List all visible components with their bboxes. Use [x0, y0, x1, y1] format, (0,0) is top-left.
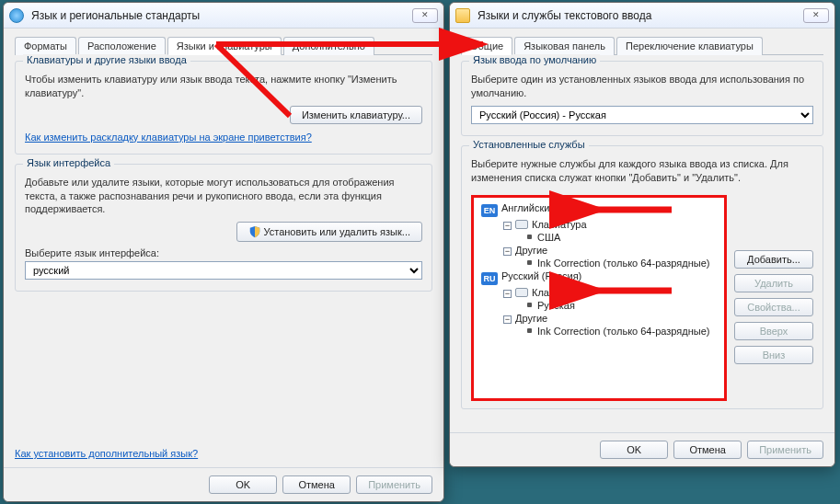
tabs-left: Форматы Расположение Языки и клавиатуры … [15, 36, 432, 55]
tree-ru-root[interactable]: RUРусский (Россия) [478, 269, 720, 286]
tree-en-other-item[interactable]: Ink Correction (только 64-разрядные) [478, 257, 720, 269]
add-button[interactable]: Добавить... [734, 250, 813, 269]
tree-ru-keyboard-item[interactable]: Русская [478, 299, 720, 312]
bullet-icon [527, 260, 532, 265]
close-icon[interactable]: ✕ [412, 8, 438, 23]
collapse-icon[interactable]: − [503, 222, 512, 230]
keyboards-group-desc: Чтобы изменить клавиатуру или язык ввода… [25, 73, 422, 100]
installed-services-group-desc: Выберите нужные службы для каждого языка… [471, 157, 813, 185]
tree-ru-keyboard[interactable]: −Клавиатура [478, 286, 720, 299]
tab-location[interactable]: Расположение [78, 37, 166, 55]
default-input-group-desc: Выберите один из установленных языков вв… [471, 73, 813, 100]
cancel-button-left[interactable]: Отмена [282, 475, 351, 494]
collapse-icon[interactable]: − [503, 315, 512, 324]
installed-services-group-title: Установленные службы [469, 139, 589, 150]
tree-en-other[interactable]: −Другие [478, 244, 720, 257]
keyboard-icon [515, 220, 528, 229]
ui-language-select-label: Выберите язык интерфейса: [25, 247, 422, 258]
tab-formats[interactable]: Форматы [15, 37, 76, 55]
install-additional-lang-link[interactable]: Как установить дополнительный язык? [15, 448, 198, 459]
window-title-left: Язык и региональные стандарты [28, 9, 412, 22]
text-input-services-window: Языки и службы текстового ввода ✕ Общие … [449, 2, 835, 467]
tree-ru-other[interactable]: −Другие [478, 312, 720, 325]
keyboard-icon [515, 288, 528, 297]
languages-tree[interactable]: ENАнглийский (США) −Клавиатура США −Друг… [471, 195, 727, 401]
folder-icon [455, 8, 470, 23]
default-input-select[interactable]: Русский (Россия) - Русская [471, 106, 813, 124]
ui-language-group-title: Язык интерфейса [23, 157, 114, 168]
tab-general[interactable]: Общие [461, 37, 512, 55]
tab-key-switch[interactable]: Переключение клавиатуры [616, 37, 763, 55]
ok-button-left[interactable]: OK [209, 475, 277, 494]
collapse-icon[interactable]: − [503, 247, 512, 256]
tab-additional[interactable]: Дополнительно [283, 37, 374, 55]
welcome-layout-link[interactable]: Как изменить раскладку клавиатуры на экр… [25, 132, 312, 143]
region-language-window: Язык и региональные стандарты ✕ Форматы … [3, 2, 444, 502]
default-input-group: Язык ввода по умолчанию Выберите один из… [461, 61, 823, 136]
tree-en-keyboard-item[interactable]: США [478, 231, 720, 244]
globe-icon [9, 8, 24, 23]
ui-language-group: Язык интерфейса Добавьте или удалите язы… [15, 164, 432, 292]
bullet-icon [527, 235, 532, 239]
tree-en-keyboard[interactable]: −Клавиатура [478, 218, 720, 231]
shield-icon [248, 225, 261, 238]
apply-button-left[interactable]: Применить [356, 475, 432, 494]
ru-badge-icon: RU [481, 272, 498, 285]
titlebar-right[interactable]: Языки и службы текстового ввода ✕ [450, 3, 834, 29]
down-button[interactable]: Вниз [734, 346, 813, 364]
cancel-button-right[interactable]: Отмена [673, 441, 742, 459]
tree-ru-other-item[interactable]: Ink Correction (только 64-разрядные) [478, 325, 720, 338]
bottom-bar-right: OK Отмена Применить [450, 432, 834, 466]
close-icon[interactable]: ✕ [803, 8, 829, 23]
ui-language-group-desc: Добавьте или удалите языки, которые могу… [25, 176, 422, 217]
tab-language-bar[interactable]: Языковая панель [514, 37, 615, 55]
bottom-bar-left: OK Отмена Применить [4, 467, 443, 501]
ok-button-right[interactable]: OK [600, 441, 668, 459]
en-badge-icon: EN [481, 204, 498, 217]
keyboards-group: Клавиатуры и другие языки ввода Чтобы из… [15, 61, 432, 155]
tab-keyboards-languages[interactable]: Языки и клавиатуры [167, 37, 282, 55]
change-keyboard-button[interactable]: Изменить клавиатуру... [290, 106, 422, 124]
titlebar-left[interactable]: Язык и региональные стандарты ✕ [4, 3, 443, 29]
ui-language-select[interactable]: русский [25, 261, 422, 280]
bullet-icon [527, 328, 532, 333]
installed-services-group: Установленные службы Выберите нужные слу… [461, 145, 823, 410]
install-uninstall-lang-button[interactable]: Установить или удалить язык... [236, 222, 423, 242]
remove-button[interactable]: Удалить [734, 274, 813, 292]
tabs-right: Общие Языковая панель Переключение клави… [461, 36, 823, 55]
apply-button-right[interactable]: Применить [747, 441, 823, 459]
up-button[interactable]: Вверх [734, 322, 813, 340]
properties-button[interactable]: Свойства... [734, 298, 813, 316]
keyboards-group-title: Клавиатуры и другие языки ввода [23, 54, 190, 65]
window-title-right: Языки и службы текстового ввода [474, 9, 803, 22]
collapse-icon[interactable]: − [503, 290, 512, 298]
default-input-group-title: Язык ввода по умолчанию [469, 54, 600, 65]
tree-en-root[interactable]: ENАнглийский (США) [478, 201, 720, 218]
bullet-icon [527, 303, 532, 307]
